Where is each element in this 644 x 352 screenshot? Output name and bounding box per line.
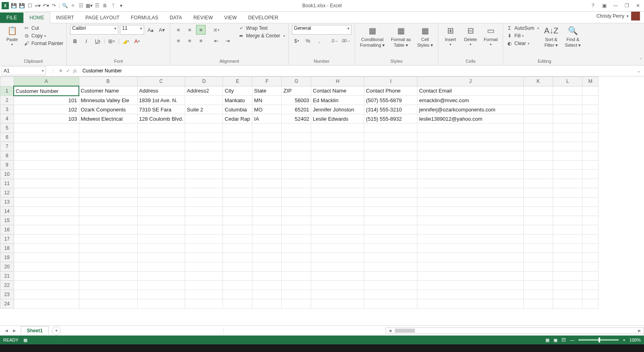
row-header[interactable]: 7 [0,142,14,151]
cell[interactable] [185,253,223,262]
tab-developer[interactable]: DEVELOPER [242,12,284,23]
cut-button[interactable]: ✂Cut [23,25,63,31]
cell[interactable] [582,216,599,225]
cell[interactable] [582,253,599,262]
cell[interactable] [582,133,599,142]
cell[interactable] [282,179,311,188]
cell[interactable] [252,207,282,216]
cell[interactable] [185,290,223,299]
cell[interactable] [524,86,553,96]
cell[interactable] [311,142,364,151]
cell[interactable] [524,299,553,309]
cell[interactable] [582,198,599,207]
cell[interactable] [14,170,79,179]
cell[interactable] [582,225,599,235]
close-icon[interactable]: ✕ [634,3,642,8]
tab-data[interactable]: DATA [164,12,188,23]
sort-filter-button[interactable]: A↓ZSort &Filter ▾ [541,25,561,48]
column-header[interactable]: C [137,77,185,86]
cell[interactable] [553,225,582,235]
cell[interactable] [524,161,553,170]
cell[interactable] [14,299,79,309]
cell[interactable] [185,299,223,309]
cell[interactable] [311,188,364,198]
align-left-icon[interactable]: ≡ [173,36,183,45]
cell[interactable] [137,244,185,253]
cell[interactable] [524,253,553,262]
row-header[interactable]: 3 [0,105,14,114]
worksheet-grid[interactable]: ABCDEFGHIJKLM1Customer NumberCustomer Na… [0,76,644,325]
cell[interactable] [137,253,185,262]
cell[interactable] [14,207,79,216]
cell[interactable] [553,244,582,253]
cell[interactable]: 1839 1st Ave. N. [137,96,185,105]
copy-button[interactable]: ⧉Copy▾ [23,33,63,39]
cell[interactable] [282,207,311,216]
percent-icon[interactable]: % [303,36,313,45]
column-header[interactable]: M [582,77,599,86]
cell[interactable] [14,290,79,299]
cell[interactable] [282,142,311,151]
cell[interactable]: Ed Macklin [311,96,364,105]
cell[interactable] [137,235,185,244]
zoom-slider[interactable] [578,339,619,341]
cell[interactable] [185,133,223,142]
border-button[interactable]: ⊞ [107,36,116,46]
cell[interactable] [185,225,223,235]
cell[interactable] [553,299,582,309]
cell[interactable] [185,124,223,133]
collapse-ribbon-icon[interactable]: ˆ [640,58,642,64]
cell[interactable] [252,244,282,253]
cell[interactable] [524,262,553,272]
cell[interactable]: (314) 555-3210 [364,105,417,114]
row-header[interactable]: 9 [0,161,14,170]
cell[interactable] [79,151,137,161]
cell[interactable] [14,151,79,161]
cell[interactable] [417,133,524,142]
cell[interactable] [582,161,599,170]
cell[interactable] [252,262,282,272]
help-icon[interactable]: ? [589,3,597,8]
cell[interactable] [14,142,79,151]
cell[interactable] [14,235,79,244]
row-header[interactable]: 19 [0,253,14,262]
cell[interactable] [524,225,553,235]
cell[interactable] [252,299,282,309]
comma-icon[interactable]: , [314,36,324,45]
cell[interactable] [311,262,364,272]
cell[interactable] [282,151,311,161]
cell[interactable] [524,198,553,207]
column-header[interactable]: J [417,77,524,86]
cell[interactable] [582,151,599,161]
macro-icon[interactable]: ▦ [23,338,27,343]
cell[interactable] [137,133,185,142]
row-header[interactable]: 4 [0,114,14,124]
view-layout-icon[interactable]: ▣ [553,338,557,343]
cell[interactable] [553,216,582,225]
cell[interactable] [185,179,223,188]
redo-icon[interactable]: ↷ [51,2,57,9]
tab-formulas[interactable]: FORMULAS [125,12,164,23]
cell[interactable] [79,161,137,170]
cell[interactable] [582,235,599,244]
cell[interactable] [553,124,582,133]
cell[interactable] [282,262,311,272]
sheet-nav-next-icon[interactable]: ► [12,328,17,333]
cell[interactable] [364,281,417,290]
cell[interactable] [79,188,137,198]
cell[interactable] [282,225,311,235]
cell[interactable] [582,179,599,188]
cell-styles-button[interactable]: ▦CellStyles ▾ [415,25,435,48]
cell[interactable] [311,290,364,299]
cell[interactable] [14,133,79,142]
cell[interactable] [185,244,223,253]
fill-button[interactable]: ⬇Fill▾ [506,33,539,39]
italic-button[interactable]: I [81,36,91,46]
cell[interactable] [185,272,223,281]
cell[interactable] [524,244,553,253]
row-header[interactable]: 8 [0,151,14,161]
cell[interactable] [282,281,311,290]
cell[interactable] [223,262,252,272]
cell[interactable] [364,290,417,299]
zoom-level[interactable]: 100% [630,338,641,342]
